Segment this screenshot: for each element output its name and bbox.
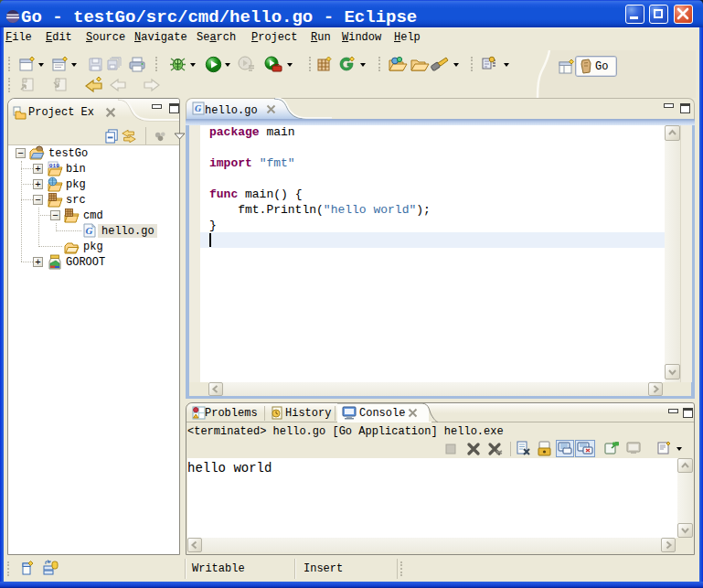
- svg-text:G: G: [195, 103, 202, 113]
- svg-text:G: G: [86, 225, 93, 236]
- svg-text:010: 010: [49, 163, 59, 169]
